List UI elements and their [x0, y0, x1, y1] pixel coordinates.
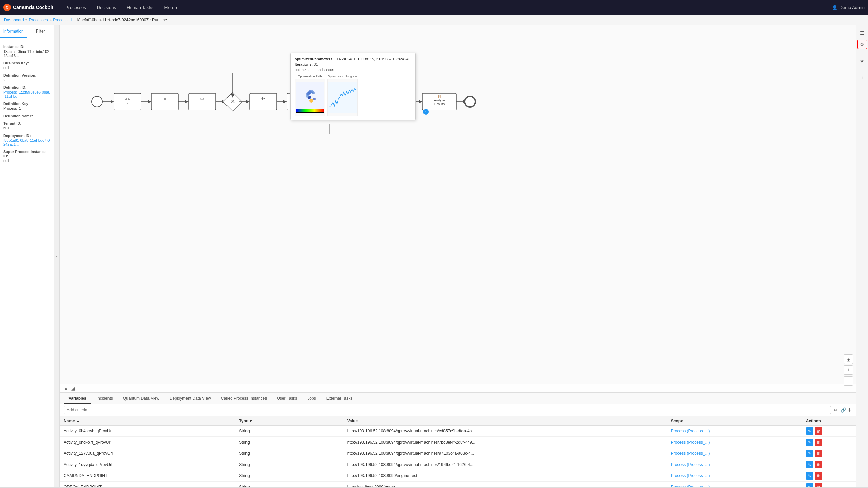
filter-download-icon[interactable]: ⬇	[848, 407, 852, 413]
table-row: Activity_0b4spyb_qProvUrl String http://…	[60, 426, 856, 437]
cell-scope-2[interactable]: Process (Process_...)	[667, 448, 802, 459]
delete-button-2[interactable]: 🗑	[815, 450, 822, 457]
cell-scope-4[interactable]: Process (Process_...)	[667, 470, 802, 482]
bpmn-task-1	[114, 93, 141, 110]
field-value-deployment-id[interactable]: f58b1a81-0ba8-11ef-bdc7-0242ac1...	[3, 138, 51, 146]
field-value-def-id[interactable]: Process_1:2:f590e6e6-0ba8-11of-bd...	[3, 90, 51, 98]
nav-human-tasks[interactable]: Human Tasks	[123, 3, 158, 12]
tab-quantum-data[interactable]: Quantum Data View	[118, 393, 164, 404]
table-row: Activity_1uyyqdx_qProvUrl String http://…	[60, 459, 856, 470]
field-value-instance-id: 18acfaff-0baa-11ef-bdc7-0242ac16...	[3, 49, 51, 58]
edit-button-2[interactable]: ✎	[806, 450, 813, 457]
filter-link-icon[interactable]: 🔗	[841, 407, 846, 413]
delete-button-4[interactable]: 🗑	[815, 472, 822, 480]
svg-point-6	[306, 95, 309, 98]
zoom-out-button[interactable]: −	[844, 376, 853, 386]
right-toolbar: ☰ ⚙ ★ + −	[856, 25, 868, 487]
table-row: QPROV_ENDPOINT String http://localhost:8…	[60, 482, 856, 488]
table-row: Activity_0hcko7f_qProvUrl String http://…	[60, 437, 856, 448]
tooltip-connector-line	[329, 124, 330, 134]
canvas-expand[interactable]: ◢	[71, 386, 75, 391]
zoom-fit-button[interactable]: ⊞	[844, 354, 853, 364]
rt-settings-button[interactable]: ⚙	[857, 40, 867, 49]
user-area[interactable]: 👤 Demo Admin	[832, 5, 865, 10]
breadcrumb-dashboard[interactable]: Dashboard	[4, 18, 24, 22]
edit-button-4[interactable]: ✎	[806, 472, 813, 480]
col-header-name[interactable]: Name ▲	[60, 416, 235, 426]
zoom-in-button[interactable]: +	[844, 365, 853, 375]
breadcrumb-process1[interactable]: Process_1	[53, 18, 72, 22]
cell-scope-5[interactable]: Process (Process_...)	[667, 482, 802, 488]
svg-text:✂: ✂	[200, 97, 204, 102]
sidebar-collapse-button[interactable]: ‹	[54, 25, 60, 487]
sidebar-tab-filter[interactable]: Filter	[27, 25, 54, 38]
edit-button-1[interactable]: ✎	[806, 439, 813, 446]
edit-button-0[interactable]: ✎	[806, 427, 813, 435]
app-logo[interactable]: C Camunda Cockpit	[3, 4, 53, 11]
rt-menu-button[interactable]: ☰	[857, 28, 867, 38]
filter-icons: 🔗 ⬇	[841, 407, 852, 413]
delete-button-3[interactable]: 🗑	[815, 461, 822, 468]
canvas-bottom-controls: ▲ ◢	[60, 384, 856, 392]
sidebar-tab-information[interactable]: Information	[0, 25, 27, 38]
svg-text:Results: Results	[434, 102, 445, 106]
bpmn-diagram[interactable]: ⚙⚙ · ≡ ✂ ✕	[80, 42, 487, 161]
tooltip-params-label-text: optimizedParameters:	[295, 57, 334, 61]
filter-count: 41	[834, 408, 838, 412]
bpmn-task-2	[151, 93, 178, 110]
tab-called-process[interactable]: Called Process Instances	[216, 393, 272, 404]
field-value-super-process: null	[3, 159, 51, 163]
user-icon: 👤	[832, 5, 837, 10]
chart1-svg	[296, 82, 324, 113]
edit-button-5[interactable]: ✎	[806, 483, 813, 487]
tab-variables[interactable]: Variables	[64, 393, 91, 404]
edit-button-3[interactable]: ✎	[806, 461, 813, 468]
cell-scope-1[interactable]: Process (Process_...)	[667, 437, 802, 448]
tooltip-chart1: Optimization Path	[295, 75, 325, 116]
tooltip-chart2: Optimization Progress	[327, 75, 358, 116]
breadcrumb-processes[interactable]: Processes	[29, 18, 48, 22]
field-label-business-key: Business Key:	[3, 61, 51, 65]
nav-processes[interactable]: Processes	[61, 3, 90, 12]
rt-zoom-in-button[interactable]: +	[857, 73, 867, 82]
col-header-type[interactable]: Type ▾	[235, 416, 343, 426]
tooltip-iter-label: Iterations:	[295, 62, 313, 66]
cell-scope-0[interactable]: Process (Process_...)	[667, 426, 802, 437]
tab-jobs[interactable]: Jobs	[302, 393, 320, 404]
tab-incidents[interactable]: Incidents	[92, 393, 118, 404]
sidebar: Information Filter Instance ID: 18acfaff…	[0, 25, 54, 487]
tab-deployment-data[interactable]: Deployment Data View	[165, 393, 216, 404]
delete-button-1[interactable]: 🗑	[815, 439, 822, 446]
field-label-def-key: Definition Key:	[3, 102, 51, 106]
canvas-collapse-up[interactable]: ▲	[64, 386, 68, 391]
end-event	[465, 96, 475, 107]
table-header: Name ▲ Type ▾ Value Scope Actions	[60, 416, 856, 426]
tab-user-tasks[interactable]: User Tasks	[272, 393, 302, 404]
rt-bookmark-button[interactable]: ★	[857, 56, 867, 66]
filter-input[interactable]	[64, 406, 831, 414]
cell-value-3: http://193.196.52.108:8094/qprov/virtual…	[343, 459, 667, 470]
breadcrumb-current: 18acfaff-0baa-11ef-bdc7-0242ac160007 : R…	[76, 18, 167, 22]
field-label-tenant-id: Tenant ID:	[3, 121, 51, 125]
cell-actions-3: ✎ 🗑	[802, 459, 856, 470]
cell-type-0: String	[235, 426, 343, 437]
delete-button-5[interactable]: 🗑	[815, 483, 822, 487]
svg-marker-16	[111, 100, 114, 103]
bpmn-canvas[interactable]: optimizedParameters: [0.4680248151003811…	[60, 25, 856, 392]
col-header-value: Value	[343, 416, 667, 426]
sidebar-tabs: Information Filter	[0, 25, 54, 38]
nav-decisions[interactable]: Decisions	[93, 3, 120, 12]
chart2-title: Optimization Progress	[327, 75, 358, 78]
variables-table-area: Name ▲ Type ▾ Value Scope Actions	[60, 416, 856, 487]
nav-more[interactable]: More ▾	[160, 3, 182, 12]
start-event	[92, 96, 102, 107]
chart1-visual	[295, 79, 325, 116]
cell-scope-3[interactable]: Process (Process_...)	[667, 459, 802, 470]
rt-zoom-out-button[interactable]: −	[857, 84, 867, 94]
delete-button-0[interactable]: 🗑	[815, 427, 822, 435]
svg-marker-44	[419, 100, 422, 103]
col-header-scope: Scope	[667, 416, 802, 426]
field-label-def-id: Definition ID:	[3, 85, 51, 89]
cell-name-0: Activity_0b4spyb_qProvUrl	[60, 426, 235, 437]
tab-external-tasks[interactable]: External Tasks	[321, 393, 357, 404]
